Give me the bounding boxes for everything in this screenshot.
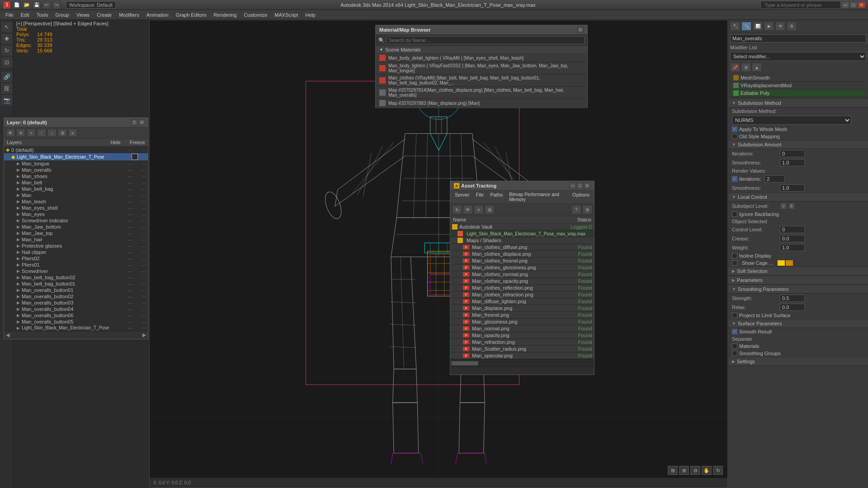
layer-item[interactable]: ▶ Man_shoes — — — [4, 173, 148, 179]
asset-item-png[interactable]: P Man_clothes_normal.png Found — [450, 271, 594, 278]
asset-item-png[interactable]: P Man_clothes_diffuse.png Found — [450, 244, 594, 251]
zoom-out-btn[interactable]: ⊖ — [690, 466, 700, 475]
asset-item-png[interactable]: P Man_clothes_refraction.png Found — [450, 291, 594, 298]
search-input[interactable] — [764, 2, 837, 8]
asset-item-png[interactable]: P Man_fresnel.png Found — [450, 312, 594, 319]
asset-item-png[interactable]: P Man_clothes_displace.png Found — [450, 251, 594, 258]
asset-item-png[interactable]: P Man_displace.png Found — [450, 305, 594, 312]
asset-item-png[interactable]: P Man_clothes_opacity.png Found — [450, 278, 594, 285]
layer-item-selected[interactable]: ◆ Light_Skin_Black_Man_Electrician_T_Pos… — [4, 153, 148, 160]
modifier-vray-displace[interactable]: VRaydisplacementMod — [731, 82, 866, 89]
asset-grid-btn[interactable]: ⊞ — [485, 205, 495, 214]
asset-item-png[interactable]: P Man_Scatter_radius.png Found — [450, 346, 594, 352]
asset-scrollbar[interactable] — [450, 359, 594, 366]
layer-add-btn[interactable]: + — [27, 129, 36, 137]
layer-item-protective-glasses[interactable]: ▶ Protective glasses — — — [4, 243, 148, 249]
mat-close-btn[interactable]: ✕ — [577, 27, 584, 33]
isoline-display-checkbox[interactable]: Isoline Display — [728, 252, 868, 259]
scroll-right-btn[interactable]: ▶ — [142, 332, 146, 338]
asset-item-png[interactable]: P Man_opacity.png Found — [450, 332, 594, 339]
camera-btn[interactable]: 📷 — [1, 95, 13, 106]
layer-item[interactable]: ▶ Pliers01 — — — [4, 262, 148, 268]
layer-item[interactable]: ▶ Nail clipper — — — [4, 249, 148, 255]
layer-item[interactable]: ▶ Light_Skin_Black_Man_Electrician_T_Pos… — [4, 325, 148, 331]
strength-input[interactable] — [780, 295, 805, 302]
configure-btn[interactable]: ⚙ — [741, 63, 751, 72]
smoothing-groups-checkbox[interactable]: Smoothing Groups — [728, 350, 868, 357]
asset-menu-file[interactable]: File — [473, 192, 486, 202]
utility-tab-btn[interactable]: ⚙ — [787, 22, 797, 31]
pin-btn[interactable]: 📌 — [730, 63, 740, 72]
modifier-dropdown[interactable]: Select modifier... — [730, 52, 866, 61]
mat-item[interactable]: Man_clothes (VRayMtl) [Man_belt, Man_bel… — [376, 75, 587, 87]
menu-file[interactable]: File — [2, 11, 17, 19]
section-parameters[interactable]: ▶ Parameters — [728, 276, 868, 285]
hierarchy-tab-btn[interactable]: 📊 — [753, 22, 763, 31]
sublevel-v-btn[interactable]: V — [780, 202, 787, 210]
weight-input[interactable] — [780, 244, 805, 251]
menu-maxscript[interactable]: MAXScript — [271, 11, 302, 19]
layer-item[interactable]: ▶ Man_overalls_button05 — — — [4, 319, 148, 325]
asset-list-btn[interactable]: ≡ — [474, 205, 484, 214]
asset-settings-btn[interactable]: ⚙ — [582, 205, 592, 214]
layer-close-btn[interactable]: ✕ — [139, 119, 145, 126]
save-file-btn[interactable]: 💾 — [33, 1, 41, 9]
menu-graph-editors[interactable]: Graph Editors — [172, 11, 210, 19]
layer-move-down-btn[interactable]: ↓ — [47, 129, 57, 137]
asset-view-btn[interactable]: 👁 — [463, 205, 473, 214]
asset-menu-paths[interactable]: Paths — [487, 192, 505, 202]
section-smoothing-params[interactable]: ▼ Smoothing Parameters — [728, 285, 868, 294]
layer-item[interactable]: ▶ Man_overalls_button04 — — — [4, 306, 148, 312]
link-btn[interactable]: 🔗 — [1, 71, 13, 82]
new-file-btn[interactable]: 📄 — [13, 1, 21, 9]
subdiv-method-dropdown[interactable]: NURMS — [732, 116, 851, 125]
apply-whole-mesh-checkbox[interactable]: ✓ Apply To Whole Mesh — [728, 126, 868, 133]
modify-tab-btn[interactable]: 🔧 — [741, 22, 751, 31]
create-tab-btn[interactable]: 🔨 — [730, 22, 740, 31]
mat-item[interactable]: Man_body_lighten ( VRayFastSSS2 ) [Man, … — [376, 62, 587, 75]
render-smooth-input[interactable] — [780, 184, 805, 192]
swatch-yellow[interactable] — [778, 260, 785, 266]
menu-customize[interactable]: Customize — [240, 11, 271, 19]
asset-item-maxfile[interactable]: Light_Skin_Black_Man_Electrician_T_Pose_… — [450, 230, 594, 237]
minimize-btn[interactable]: — — [842, 2, 849, 8]
close-btn[interactable]: ✕ — [858, 2, 865, 8]
orbit-btn[interactable]: ↻ — [713, 466, 723, 475]
section-surface-params[interactable]: ▼ Surface Parameters — [728, 319, 868, 328]
sublevel-e-btn[interactable]: E — [788, 202, 795, 210]
undo-btn[interactable]: ↩ — [42, 1, 51, 9]
redo-btn[interactable]: ↪ — [52, 1, 61, 9]
menu-modifiers[interactable]: Modifiers — [115, 11, 143, 19]
asset-help-btn[interactable]: ? — [571, 205, 581, 214]
show-end-btn[interactable]: ▲ — [752, 63, 762, 72]
project-limit-checkbox[interactable]: Project to Limit Surface — [728, 312, 868, 319]
asset-menu-options[interactable]: Options — [570, 192, 592, 202]
zoom-in-btn[interactable]: ⊕ — [679, 466, 689, 475]
layer-filter-btn[interactable]: ≡ — [68, 129, 77, 137]
layer-item[interactable]: ▶ Man_overalls_button02 — — — [4, 293, 148, 300]
layer-show-btn[interactable]: 👁 — [6, 129, 15, 137]
layer-item[interactable]: ▶ Man_overalls_button03 — — — [4, 300, 148, 306]
smoothness-input[interactable] — [780, 159, 805, 166]
materials-checkbox[interactable]: Materials — [728, 343, 868, 350]
asset-item-png[interactable]: P Man_refraction.png Found — [450, 339, 594, 346]
layer-item[interactable]: ▶ Man_overalls_button06 — — — [4, 312, 148, 319]
layer-item[interactable]: ▶ Man — — — [4, 192, 148, 198]
swatch-orange[interactable] — [786, 260, 793, 266]
open-file-btn[interactable]: 📂 — [23, 1, 31, 9]
menu-tools[interactable]: Tools — [33, 11, 52, 19]
scroll-left-btn[interactable]: ◀ — [6, 332, 9, 338]
section-local-control[interactable]: ▼ Local Control — [728, 192, 868, 202]
section-settings[interactable]: ▶ Settings — [728, 357, 868, 366]
modifier-meshsmooth[interactable]: MeshSmooth — [731, 74, 866, 82]
motion-tab-btn[interactable]: ▶ — [764, 22, 774, 31]
layer-item[interactable]: ▶ Man_Jaw_bottom — — — [4, 224, 148, 230]
maximize-btn[interactable]: □ — [850, 2, 857, 8]
menu-rendering[interactable]: Rendering — [210, 11, 241, 19]
layer-item[interactable]: ◆ 0 (default) — — — [4, 146, 148, 153]
layer-item[interactable]: ▶ Man_belt_bag_button02 — — — [4, 274, 148, 281]
search-box[interactable] — [760, 1, 841, 9]
layer-item[interactable]: ▶ Pliers02 — — — [4, 255, 148, 262]
asset-item-maps-folder[interactable]: Maps / Shaders — [450, 237, 594, 244]
asset-item-png[interactable]: P Man_diffuse_lighten.png Found — [450, 298, 594, 305]
